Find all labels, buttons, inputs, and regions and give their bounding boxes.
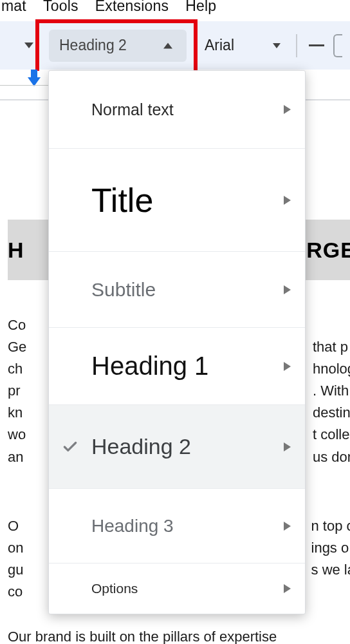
submenu-arrow-icon (284, 362, 291, 371)
font-family-dropdown[interactable]: Arial (205, 30, 281, 62)
style-option-title[interactable]: Title (49, 149, 305, 252)
submenu-arrow-icon (284, 105, 291, 114)
paragraph-3: Our brand is built on the pillars of exp… (8, 626, 350, 644)
style-option-label: Heading 3 (91, 516, 174, 536)
decrease-font-size-button[interactable] (309, 44, 324, 46)
font-size-field-fragment[interactable] (333, 34, 342, 57)
paragraph-styles-dropdown[interactable]: Heading 2 (49, 30, 187, 62)
menubar: mat Tools Extensions Help (0, 0, 350, 19)
toolbar-divider (296, 34, 297, 57)
caret-down-icon (273, 43, 281, 48)
submenu-arrow-icon (284, 584, 291, 593)
heading-left-fragment: H (8, 238, 24, 263)
menu-extensions[interactable]: Extensions (95, 0, 169, 15)
toolbar: Heading 2 Arial (0, 21, 350, 70)
style-option-label: Options (91, 581, 138, 596)
paragraph-styles-label: Heading 2 (59, 37, 127, 54)
menu-tools[interactable]: Tools (43, 0, 78, 15)
caret-down-icon (24, 43, 33, 48)
menu-help[interactable]: Help (185, 0, 216, 15)
style-option-label: Title (91, 181, 153, 220)
menu-format[interactable]: mat (1, 0, 26, 15)
style-options[interactable]: Options (49, 564, 305, 614)
checkmark-icon (62, 439, 78, 455)
submenu-arrow-icon (284, 442, 291, 451)
style-option-label: Heading 2 (91, 434, 191, 459)
caret-up-icon (163, 43, 172, 48)
style-option-label: Normal text (91, 100, 174, 119)
toolbar-overflow-left[interactable] (0, 21, 37, 70)
style-option-label: Heading 1 (91, 352, 208, 381)
paragraph-styles-menu: Normal text Title Subtitle Heading 1 Hea… (48, 70, 306, 614)
style-option-normal-text[interactable]: Normal text (49, 71, 305, 149)
style-option-heading-3[interactable]: Heading 3 (49, 489, 305, 564)
style-option-heading-1[interactable]: Heading 1 (49, 328, 305, 405)
submenu-arrow-icon (284, 522, 291, 531)
submenu-arrow-icon (284, 285, 291, 294)
heading-right-fragment: RGE (306, 238, 350, 263)
style-option-heading-2[interactable]: Heading 2 (49, 405, 305, 489)
style-option-subtitle[interactable]: Subtitle (49, 252, 305, 328)
submenu-arrow-icon (284, 196, 291, 205)
style-option-label: Subtitle (91, 279, 156, 301)
font-family-label: Arial (205, 37, 234, 54)
